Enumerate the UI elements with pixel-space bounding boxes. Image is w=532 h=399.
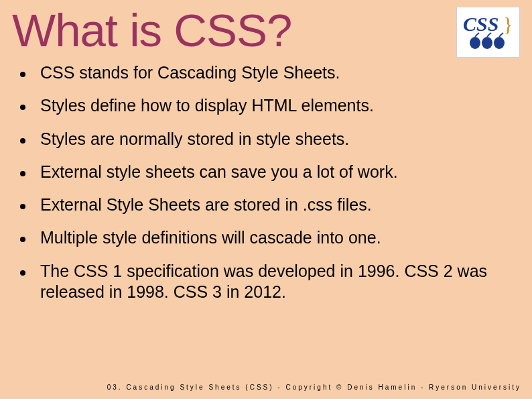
bullet-icon: [20, 237, 25, 242]
logo-text-icon: CSS: [463, 13, 498, 35]
bullet-text: CSS stands for Cascading Style Sheets.: [40, 62, 340, 83]
list-item: Styles define how to display HTML elemen…: [20, 95, 519, 116]
bullet-text: Multiple style definitions will cascade …: [40, 227, 381, 248]
bullet-icon: [20, 204, 25, 209]
svg-text:}: }: [503, 13, 513, 35]
bullet-text: External Style Sheets are stored in .css…: [40, 194, 372, 215]
bullet-text: External style sheets can save you a lot…: [40, 162, 398, 182]
bullet-text: Styles are normally stored in style shee…: [40, 129, 349, 150]
page-title: What is CSS?: [0, 0, 532, 57]
list-item: CSS stands for Cascading Style Sheets.: [20, 62, 519, 83]
list-item: Styles are normally stored in style shee…: [20, 129, 519, 150]
bullet-icon: [20, 138, 25, 144]
bullet-icon: [20, 72, 25, 77]
list-item: External Style Sheets are stored in .css…: [20, 194, 519, 215]
footer-text: 03. Cascading Style Sheets (CSS) - Copyr…: [107, 384, 521, 391]
bullet-icon: [20, 171, 25, 176]
list-item: The CSS 1 specification was developed in…: [20, 261, 519, 303]
list-item: Multiple style definitions will cascade …: [20, 227, 519, 248]
bullet-icon: [20, 105, 25, 110]
css-logo: CSS }: [456, 7, 520, 58]
bullet-icon: [20, 270, 25, 276]
svg-point-3: [494, 37, 505, 49]
list-item: External style sheets can save you a lot…: [20, 162, 519, 182]
bullet-list: CSS stands for Cascading Style Sheets. S…: [0, 57, 532, 302]
bullet-text: The CSS 1 specification was developed in…: [40, 261, 519, 303]
bullet-text: Styles define how to display HTML elemen…: [40, 95, 374, 116]
svg-point-1: [470, 37, 480, 49]
svg-point-2: [482, 37, 492, 49]
